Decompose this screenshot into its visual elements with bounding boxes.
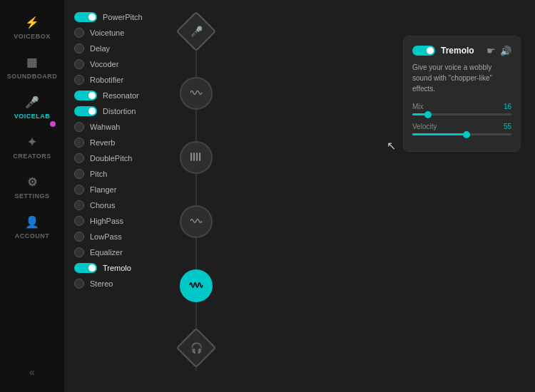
dot-flanger [74, 185, 84, 195]
sidebar-item-account[interactable]: 👤 ACCOUNT [0, 207, 64, 247]
mic-icon: 🎤 [190, 26, 203, 37]
dot-doublepitch [74, 153, 84, 163]
voicelab-icon: 🎤 [24, 94, 40, 110]
effect-robotifier[interactable]: Robotifier [74, 74, 168, 86]
effect-label-equalizer: Equalizer [90, 248, 123, 257]
toggle-distortion[interactable] [74, 106, 97, 116]
account-icon: 👤 [24, 214, 40, 229]
comb-icon [190, 151, 203, 165]
mix-slider-fill [412, 113, 428, 115]
effect-stereo[interactable]: Stereo [74, 278, 168, 289]
effect-powerpitch[interactable]: PowerPitch [74, 11, 168, 23]
sidebar-item-soundboard[interactable]: ▦ SOUNDBOARD [0, 47, 64, 87]
dot-lowpass [74, 232, 84, 242]
mix-slider-thumb[interactable] [424, 111, 432, 118]
dot-highpass [74, 216, 84, 226]
sidebar-item-voicebox[interactable]: ⚡ VOICEBOX [0, 7, 64, 47]
popup-toggle[interactable] [412, 46, 435, 56]
effect-chorus[interactable]: Chorus [74, 200, 168, 211]
effect-label-chorus: Chorus [90, 201, 115, 210]
effect-label-vocoder: Vocoder [90, 60, 118, 68]
pipeline-node-tremolo[interactable] [180, 269, 213, 302]
effect-wahwah[interactable]: Wahwah [74, 121, 168, 133]
dot-pitch [74, 169, 84, 179]
pipeline: 🎤 🎧 [168, 0, 225, 392]
effect-reverb[interactable]: Reverb [74, 137, 168, 148]
sidebar-item-label: VOICEBOX [14, 33, 51, 40]
svg-rect-1 [193, 153, 195, 161]
effect-label-voicetune: Voicetune [90, 29, 124, 37]
toggle-resonator[interactable] [74, 91, 97, 100]
mix-slider-track[interactable] [412, 113, 511, 115]
effect-pitch[interactable]: Pitch [74, 168, 168, 180]
svg-rect-3 [199, 153, 200, 161]
main-content: PowerPitch Voicetune Delay Vocoder Robot… [64, 0, 535, 392]
creators-icon: ✦ [24, 134, 40, 150]
creators-badge [50, 121, 56, 127]
effect-label-resonator: Resonator [103, 91, 139, 100]
sidebar: ⚡ VOICEBOX ▦ SOUNDBOARD 🎤 VOICELAB ✦ CRE… [0, 0, 64, 392]
dot-equalizer [74, 247, 84, 257]
popup-description: Give your voice a wobbly sound with "cho… [412, 62, 511, 94]
effect-label-powerpitch: PowerPitch [103, 13, 143, 21]
sidebar-item-creators[interactable]: ✦ CREATORS [0, 127, 64, 167]
dot-delay [74, 43, 84, 53]
effect-label-lowpass: LowPass [90, 232, 122, 241]
effect-label-wahwah: Wahwah [90, 123, 120, 131]
tremolo-icon [189, 280, 203, 292]
sidebar-item-settings[interactable]: ⚙ SETTINGS [0, 167, 64, 207]
tremolo-popup: Tremolo ☛ 🔊 Give your voice a wobbly sou… [403, 36, 521, 152]
velocity-slider-thumb[interactable] [463, 131, 470, 138]
pipeline-node-wave1[interactable] [180, 77, 213, 110]
effect-vocoder[interactable]: Vocoder [74, 58, 168, 70]
soundboard-icon: ▦ [24, 54, 40, 70]
velocity-label: Velocity [412, 123, 437, 130]
effect-label-delay: Delay [90, 44, 110, 53]
effect-delay[interactable]: Delay [74, 43, 168, 54]
effect-label-highpass: HighPass [90, 217, 123, 225]
effect-flanger[interactable]: Flanger [74, 184, 168, 195]
effect-distortion[interactable]: Distortion [74, 105, 168, 117]
effect-resonator[interactable]: Resonator [74, 90, 168, 101]
collapse-button[interactable]: « [25, 362, 39, 382]
sidebar-item-voicelab[interactable]: 🎤 VOICELAB [0, 87, 64, 127]
effect-label-flanger: Flanger [90, 185, 116, 194]
wave2-icon [190, 216, 203, 228]
dot-wahwah [74, 122, 84, 132]
effect-label-doublepitch: DoublePitch [90, 154, 132, 163]
dot-reverb [74, 138, 84, 148]
effect-label-distortion: Distortion [103, 107, 136, 115]
velocity-value: 55 [504, 123, 511, 130]
effect-doublepitch[interactable]: DoublePitch [74, 153, 168, 164]
toggle-tremolo[interactable] [74, 263, 97, 273]
dot-robotifier [74, 75, 84, 85]
volume-icon[interactable]: 🔊 [500, 46, 511, 56]
mix-value: 16 [504, 103, 511, 110]
velocity-slider-track[interactable] [412, 133, 511, 135]
effects-list: PowerPitch Voicetune Delay Vocoder Robot… [64, 0, 168, 392]
effect-label-pitch: Pitch [90, 170, 107, 178]
dot-stereo [74, 279, 84, 289]
effect-tremolo[interactable]: Tremolo [74, 262, 168, 274]
sidebar-item-label: CREATORS [13, 153, 51, 160]
pipeline-node-wave2[interactable] [180, 205, 213, 238]
mix-label: Mix [412, 103, 424, 110]
dot-chorus [74, 200, 84, 210]
pipeline-node-comb[interactable] [180, 141, 213, 174]
cursor-arrow: ↖ [387, 139, 396, 153]
effect-label-reverb: Reverb [90, 138, 115, 147]
effect-label-stereo: Stereo [90, 279, 113, 288]
effect-lowpass[interactable]: LowPass [74, 231, 168, 242]
pipeline-node-mic[interactable]: 🎤 [176, 11, 217, 52]
effect-highpass[interactable]: HighPass [74, 215, 168, 227]
effect-equalizer[interactable]: Equalizer [74, 247, 168, 258]
toggle-powerpitch[interactable] [74, 12, 97, 22]
sidebar-item-label: VOICELAB [14, 113, 51, 120]
sidebar-item-label: SETTINGS [14, 192, 49, 200]
effect-voicetune[interactable]: Voicetune [74, 27, 168, 38]
voicebox-icon: ⚡ [24, 14, 40, 30]
pipeline-node-headphones[interactable]: 🎧 [176, 328, 217, 368]
mix-slider-row: Mix 16 [412, 103, 511, 115]
headphones-icon: 🎧 [190, 342, 203, 354]
pipeline-line [195, 21, 197, 371]
